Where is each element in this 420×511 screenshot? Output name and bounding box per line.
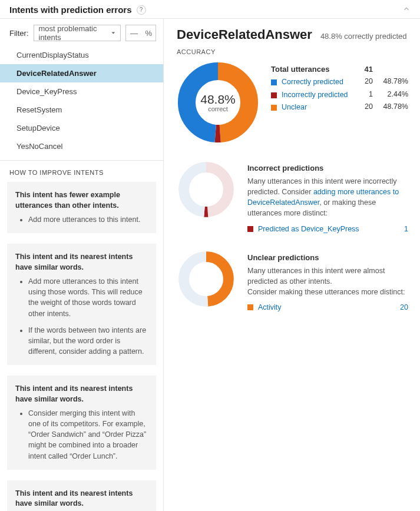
- improve-card: This intent and its nearest intents have…: [7, 480, 156, 511]
- improve-scroll: HOW TO IMPROVE INTENTS This intent has f…: [0, 160, 163, 511]
- chevron-down-icon: [111, 30, 116, 36]
- help-icon[interactable]: ?: [137, 5, 146, 15]
- stat-row: Incorrectly predicted12.44%: [271, 90, 408, 101]
- stat-count: 20: [349, 77, 373, 85]
- intent-item[interactable]: ResetSystem: [0, 101, 163, 119]
- incorrect-donut: [177, 160, 236, 219]
- unclear-text: Many utterances in this intent were almo…: [247, 266, 408, 297]
- improve-card: This intent and its nearest intents have…: [7, 244, 156, 365]
- unclear-donut: [177, 250, 236, 308]
- filter-label: Filter:: [9, 29, 29, 38]
- improve-cards: This intent has fewer example utterances…: [0, 182, 163, 511]
- incorrect-block: Incorrect predictions Many utterances in…: [247, 160, 408, 233]
- stat-label[interactable]: Unclear: [282, 102, 349, 113]
- stat-label[interactable]: Incorrectly predicted: [282, 90, 349, 101]
- incorrect-text: Many utterances in this intent were inco…: [247, 176, 408, 219]
- legend-swatch: [271, 105, 277, 111]
- donut-sub: correct: [208, 105, 228, 112]
- total-label: Total utterances: [271, 65, 349, 74]
- unclear-row: Unclear predictions Many utterances in t…: [177, 250, 408, 311]
- units-group: — %: [125, 25, 156, 41]
- intent-list: CurrentDisplayStatusDeviceRelatedAnswerD…: [0, 46, 163, 160]
- unclear-block: Unclear predictions Many utterances in t…: [247, 250, 408, 311]
- unclear-legend-label[interactable]: Activity: [258, 303, 385, 311]
- improve-card-heading: This intent and its nearest intents have…: [15, 252, 148, 273]
- left-column: Filter: most problematic intents — % Cur…: [0, 19, 164, 511]
- unclear-legend-row: Activity 20: [247, 303, 408, 311]
- improve-card-heading: This intent and its nearest intents have…: [15, 489, 148, 509]
- donut-center: 48.8% correct: [177, 61, 259, 144]
- percent-label[interactable]: %: [141, 29, 156, 38]
- stat-rows: Correctly predicted2048.78%Incorrectly p…: [271, 77, 408, 113]
- intent-item[interactable]: SetupDevice: [0, 119, 163, 137]
- improve-heading: HOW TO IMPROVE INTENTS: [0, 161, 163, 182]
- detail-subtitle: 48.8% correctly predicted: [320, 32, 407, 41]
- filter-row: Filter: most problematic intents — %: [0, 19, 163, 46]
- legend-swatch: [271, 92, 277, 98]
- stat-pct: 48.78%: [373, 77, 408, 85]
- collapse-toggle[interactable]: [402, 5, 411, 15]
- donut-pct: 48.8%: [200, 92, 236, 107]
- stat-count: 20: [349, 102, 373, 111]
- dash-button[interactable]: —: [126, 25, 141, 41]
- intent-item[interactable]: Device_KeyPress: [0, 82, 163, 101]
- improve-card-heading: This intent and its nearest intents have…: [15, 384, 148, 404]
- right-column: DeviceRelatedAnswer 48.8% correctly pred…: [164, 19, 420, 511]
- panel-title: Intents with prediction errors: [9, 5, 132, 15]
- improve-card-bullet: Consider merging this intent with one of…: [28, 408, 148, 462]
- total-value: 41: [349, 65, 373, 74]
- detail-title: DeviceRelatedAnswer: [177, 27, 312, 42]
- incorrect-legend-num[interactable]: 1: [385, 225, 408, 233]
- filter-select-value: most problematic intents: [39, 24, 111, 42]
- stat-pct: 2.44%: [373, 90, 408, 98]
- body: Filter: most problematic intents — % Cur…: [0, 19, 420, 511]
- improve-card-heading: This intent has fewer example utterances…: [15, 190, 148, 211]
- legend-swatch-orange: [247, 304, 253, 310]
- svg-marker-0: [111, 32, 115, 34]
- panel-header: Intents with prediction errors ?: [0, 0, 420, 19]
- intent-item[interactable]: CurrentDisplayStatus: [0, 46, 163, 64]
- unclear-heading: Unclear predictions: [247, 253, 408, 262]
- incorrect-heading: Incorrect predictions: [247, 164, 408, 172]
- stat-label[interactable]: Correctly predicted: [282, 77, 349, 88]
- stats-block: Total utterances 41 Correctly predicted2…: [271, 61, 408, 115]
- incorrect-legend-row: Predicted as Device_KeyPress 1: [247, 225, 408, 233]
- intent-item[interactable]: DeviceRelatedAnswer: [0, 64, 163, 82]
- incorrect-legend-label[interactable]: Predicted as Device_KeyPress: [258, 225, 385, 233]
- legend-swatch: [271, 79, 277, 85]
- stat-row: Correctly predicted2048.78%: [271, 77, 408, 88]
- legend-swatch-red: [247, 226, 253, 232]
- stats-header: Total utterances 41: [271, 65, 408, 74]
- stat-row: Unclear2048.78%: [271, 102, 408, 113]
- intent-item[interactable]: YesNoCancel: [0, 137, 163, 155]
- unclear-legend-num[interactable]: 20: [385, 303, 408, 311]
- accuracy-donut: 48.8% correct: [177, 61, 259, 144]
- stat-count: 1: [349, 90, 373, 98]
- detail-title-row: DeviceRelatedAnswer 48.8% correctly pred…: [177, 27, 408, 42]
- improve-card-bullet: Add more utterances to this intent using…: [28, 276, 148, 319]
- incorrect-row: Incorrect predictions Many utterances in…: [177, 160, 408, 233]
- improve-card-bullet: Add more utterances to this intent.: [28, 214, 148, 225]
- improve-card: This intent has fewer example utterances…: [7, 182, 156, 233]
- filter-select[interactable]: most problematic intents: [34, 25, 121, 41]
- improve-card-bullet: If the words between two intents are sim…: [28, 325, 148, 357]
- accuracy-label: ACCURACY: [177, 48, 408, 55]
- stat-pct: 48.78%: [373, 102, 408, 111]
- improve-card: This intent and its nearest intents have…: [7, 376, 156, 470]
- accuracy-row: 48.8% correct Total utterances 41 Correc…: [177, 61, 408, 144]
